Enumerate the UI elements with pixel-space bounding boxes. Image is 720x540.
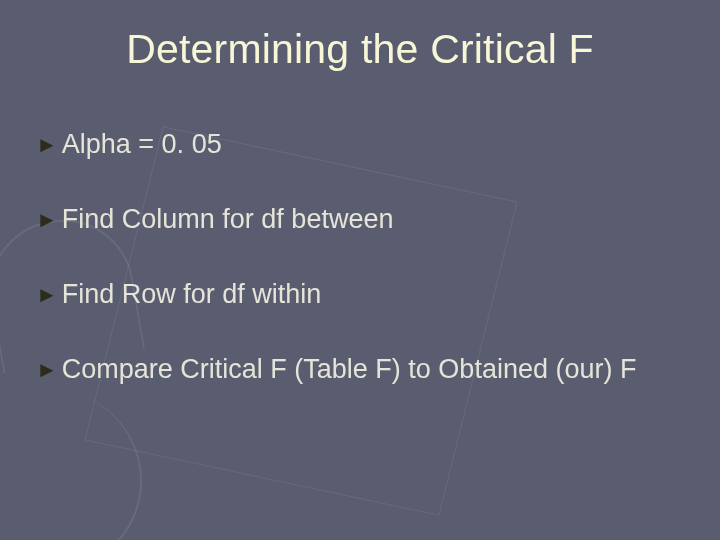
bullet-arrow-icon: ► <box>36 357 58 384</box>
bullet-text: Alpha = 0. 05 <box>62 129 222 159</box>
bullet-arrow-icon: ► <box>36 282 58 309</box>
bullet-item: ►Find Column for df between <box>36 203 684 236</box>
slide: Determining the Critical F ►Alpha = 0. 0… <box>0 0 720 540</box>
bullet-arrow-icon: ► <box>36 132 58 159</box>
slide-title: Determining the Critical F <box>0 26 720 73</box>
decorative-swirl <box>0 390 142 540</box>
bullet-item: ►Find Row for df within <box>36 278 684 311</box>
bullet-text: Compare Critical F (Table F) to Obtained… <box>62 354 637 384</box>
bullet-text: Find Row for df within <box>62 279 322 309</box>
slide-body: ►Alpha = 0. 05 ►Find Column for df betwe… <box>36 128 684 386</box>
bullet-item: ►Alpha = 0. 05 <box>36 128 684 161</box>
bullet-item: ►Compare Critical F (Table F) to Obtaine… <box>36 353 684 386</box>
bullet-arrow-icon: ► <box>36 207 58 234</box>
bullet-text: Find Column for df between <box>62 204 394 234</box>
